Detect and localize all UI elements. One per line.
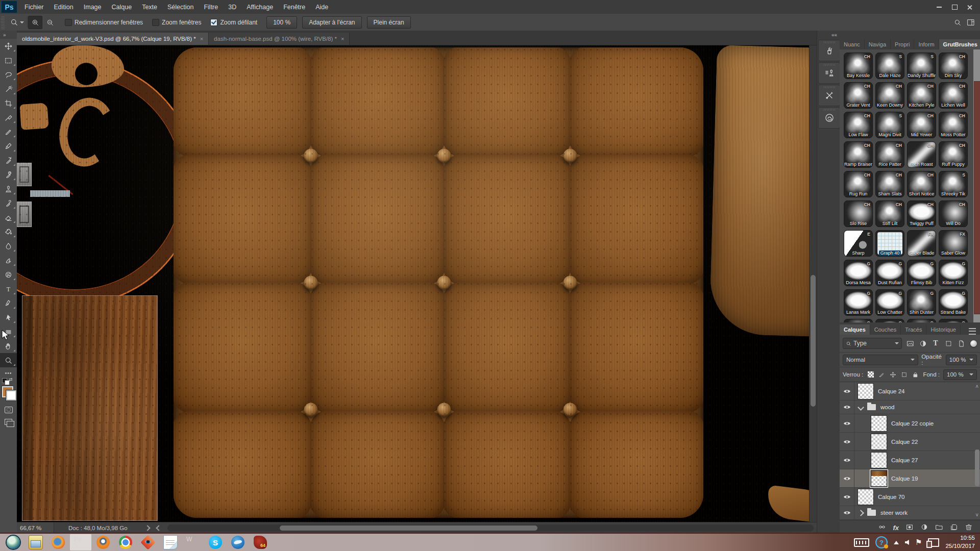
document-tab[interactable]: dash-normal-base.psd @ 100% (wire, RVB/8… [209,33,350,45]
taskbar-app-photoshop[interactable]: Ps [70,534,91,550]
lock-pixels-icon[interactable] [878,371,886,379]
brush-flimsy-bib[interactable]: GFlimsy Bib [907,260,936,286]
brush-strand-bake[interactable]: GStrand Bake [939,289,968,316]
dock-panel-creative-cloud[interactable] [818,107,840,129]
zoom-level-field[interactable]: 66,67 % [17,522,54,534]
hand-tool[interactable] [0,339,17,353]
eye-icon[interactable] [843,421,851,426]
brush-lanas-mark[interactable]: GLanas Mark [844,289,873,316]
layer-visibility-cell[interactable] [840,433,854,450]
horizontal-scroll-thumb[interactable] [280,525,537,531]
brush-keen-downy[interactable]: CHKeen Downy [875,82,904,109]
options-button-plein-cran[interactable]: Plein écran [367,16,411,29]
crop-tool[interactable] [0,96,17,110]
filter-type-layers-icon[interactable]: T [931,339,940,348]
brush-saber-blade[interactable]: FXSaber Blade [907,230,936,257]
layer-thumbnail[interactable] [871,434,887,450]
layer-row-calque-24[interactable]: Calque 24 [840,382,980,400]
edit-toolbar-dots[interactable]: ••• [5,370,12,376]
move-tool[interactable] [0,39,17,53]
brush-shin-duster[interactable]: GShin Duster [907,289,936,316]
brush-mid-yewer[interactable]: CHMid Yewer [907,112,936,138]
screen-mode-button[interactable] [4,418,14,426]
menu-item-sélection[interactable]: Sélection [162,0,199,14]
eye-icon[interactable] [843,494,851,499]
eye-icon[interactable] [843,405,851,410]
search-icon[interactable] [953,18,962,27]
brush-rich-roast[interactable]: CHRich Roast [907,141,936,168]
fill-select[interactable]: 100 % [943,369,977,380]
brushes-scroll-thumb[interactable] [974,81,980,314]
brush-stiff-lilt[interactable]: CHStiff Lilt [875,201,904,227]
layer-row-calque-22-copie[interactable]: Calque 22 copie [840,414,980,433]
menu-item-3d[interactable]: 3D [223,0,241,14]
lasso-tool[interactable] [0,67,17,82]
layers-tab-couches[interactable]: Couches [870,324,901,335]
blend-mode-select[interactable]: Normal [843,355,918,365]
quick-selection-tool[interactable] [0,82,17,96]
taskbar-app-faststone[interactable] [137,534,159,550]
close-button[interactable] [963,3,977,12]
layers-scroll-down[interactable]: ˅ [975,513,978,518]
menu-item-image[interactable]: Image [79,0,107,14]
layer-row-calque-27[interactable]: Calque 27 [840,451,980,469]
background-color-swatch[interactable] [6,390,16,400]
new-layer-icon[interactable] [950,523,958,533]
eye-icon[interactable] [843,439,851,444]
new-group-icon[interactable] [935,523,943,533]
pencil-tool[interactable] [0,139,17,153]
tab-close-icon[interactable]: × [341,36,344,42]
canvas-horizontal-scrollbar[interactable] [167,524,814,532]
brush-slo-rise[interactable]: CHSlo Rise [844,201,873,227]
layer-thumbnail[interactable] [871,470,887,487]
panel-tab-nuanc[interactable]: Nuanc [840,39,865,49]
taskbar-app-w-app[interactable]: W [182,534,204,550]
mixer-brush-tool[interactable] [0,153,17,167]
paint-bucket-tool[interactable] [0,224,17,239]
layer-thumbnail[interactable] [871,415,887,432]
layer-row-steer-work[interactable]: steer work [840,506,980,520]
menu-item-fenêtre[interactable]: Fenêtre [278,0,310,14]
brush-ruff-puppy[interactable]: CHRuff Puppy [939,141,968,168]
action-center-flag-icon[interactable]: ⚑ [915,538,922,547]
lock-all-icon[interactable] [912,371,919,379]
volume-icon[interactable] [905,540,909,545]
minimize-button[interactable] [932,3,946,12]
menu-item-filtre[interactable]: Filtre [199,0,223,14]
brush-shreeky-tik[interactable]: SShreeky Tik [939,171,968,197]
restore-button[interactable] [947,3,962,12]
layer-visibility-cell[interactable] [840,414,854,432]
pen-tool[interactable] [0,296,17,310]
brush-twiggy-puff[interactable]: CHTwiggy Puff [907,201,936,227]
brush-moss-potter[interactable]: CHMoss Potter [939,112,968,138]
taskbar-app-skype[interactable]: S [205,534,226,550]
layer-thumbnail[interactable] [871,452,887,468]
zoom-out-button[interactable] [43,16,57,29]
link-layers-icon[interactable] [878,523,886,533]
art-history-brush-tool[interactable] [0,196,17,210]
layer-visibility-cell[interactable] [840,451,854,469]
brush-dandy-shuffle[interactable]: SDandy Shuffle [907,53,936,79]
menu-item-texte[interactable]: Texte [137,0,162,14]
taskbar-app-start[interactable] [3,534,24,550]
brush-magni-divit[interactable]: SMagni Divit [875,112,904,138]
brush-graph-40[interactable]: Graph 40 [875,230,904,257]
layer-row-calque-22[interactable]: Calque 22 [840,433,980,451]
filter-adjustment-layers-icon[interactable] [918,339,927,348]
tools-collapse-button[interactable]: » [0,31,17,39]
brush-bay-kessle[interactable]: CHBay Kessle [844,53,873,79]
status-next-icon[interactable] [144,525,150,531]
layers-tab-calques[interactable]: Calques [840,324,870,335]
help-tray-icon[interactable]: ? [875,536,888,548]
layer-visibility-cell[interactable] [840,506,854,519]
checkbox-box[interactable] [210,19,217,26]
lock-artboard-icon[interactable] [900,371,908,379]
dock-panel-clone-source[interactable] [818,62,840,84]
layer-visibility-cell[interactable] [840,382,854,400]
taskbar-app-blender[interactable] [92,534,114,550]
brush-sharp[interactable]: ESharp [844,230,873,257]
checkbox-box[interactable] [152,19,159,26]
group-chevron-icon[interactable] [857,404,864,411]
layer-thumbnail[interactable] [857,383,874,399]
brush-saber-glow[interactable]: FXSaber Glow [939,230,968,257]
